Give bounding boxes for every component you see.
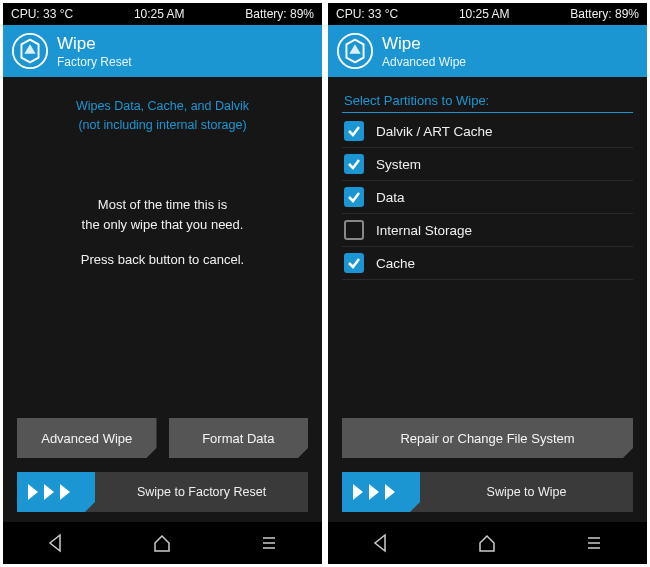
partition-row[interactable]: System xyxy=(342,148,633,181)
checkbox-icon[interactable] xyxy=(344,121,364,141)
status-battery: Battery: 89% xyxy=(570,7,639,21)
checkbox-icon[interactable] xyxy=(344,154,364,174)
body-text: Most of the time this is xyxy=(17,195,308,216)
repair-filesystem-button[interactable]: Repair or Change File System xyxy=(342,418,633,458)
status-battery: Battery: 89% xyxy=(245,7,314,21)
nav-bar xyxy=(3,522,322,564)
home-button[interactable] xyxy=(132,522,192,564)
partition-label: Dalvik / ART Cache xyxy=(376,124,493,139)
partition-label: Internal Storage xyxy=(376,223,472,238)
menu-button[interactable] xyxy=(239,522,299,564)
swipe-to-confirm[interactable]: Swipe to Wipe xyxy=(342,472,633,512)
back-button[interactable] xyxy=(351,522,411,564)
page-title: Wipe xyxy=(57,34,132,54)
partition-label: System xyxy=(376,157,421,172)
page-title: Wipe xyxy=(382,34,466,54)
status-cpu: CPU: 33 °C xyxy=(336,7,398,21)
body-text: Press back button to cancel. xyxy=(17,250,308,271)
section-label: Select Partitions to Wipe: xyxy=(342,87,633,112)
partition-row[interactable]: Internal Storage xyxy=(342,214,633,247)
header: Wipe Factory Reset xyxy=(3,25,322,77)
home-button[interactable] xyxy=(457,522,517,564)
status-bar: CPU: 33 °C 10:25 AM Battery: 89% xyxy=(328,3,647,25)
swipe-label: Swipe to Factory Reset xyxy=(95,485,308,499)
checkbox-icon[interactable] xyxy=(344,253,364,273)
svg-marker-3 xyxy=(60,484,70,500)
checkbox-icon[interactable] xyxy=(344,220,364,240)
screen-factory-reset: CPU: 33 °C 10:25 AM Battery: 89% Wipe Fa… xyxy=(3,3,322,564)
partition-label: Cache xyxy=(376,256,415,271)
format-data-button[interactable]: Format Data xyxy=(169,418,309,458)
status-time: 10:25 AM xyxy=(459,7,510,21)
partition-row[interactable]: Data xyxy=(342,181,633,214)
status-bar: CPU: 33 °C 10:25 AM Battery: 89% xyxy=(3,3,322,25)
svg-marker-1 xyxy=(28,484,38,500)
swipe-handle[interactable] xyxy=(17,472,95,512)
header: Wipe Advanced Wipe xyxy=(328,25,647,77)
svg-marker-8 xyxy=(353,484,363,500)
twrp-logo-icon xyxy=(336,32,374,70)
status-time: 10:25 AM xyxy=(134,7,185,21)
svg-marker-2 xyxy=(44,484,54,500)
swipe-label: Swipe to Wipe xyxy=(420,485,633,499)
partition-row[interactable]: Dalvik / ART Cache xyxy=(342,115,633,148)
swipe-handle[interactable] xyxy=(342,472,420,512)
info-text: (not including internal storage) xyxy=(17,116,308,135)
page-subtitle: Factory Reset xyxy=(57,55,132,69)
checkbox-icon[interactable] xyxy=(344,187,364,207)
page-subtitle: Advanced Wipe xyxy=(382,55,466,69)
nav-bar xyxy=(328,522,647,564)
back-button[interactable] xyxy=(26,522,86,564)
partition-label: Data xyxy=(376,190,405,205)
body-text: the only wipe that you need. xyxy=(17,215,308,236)
twrp-logo-icon xyxy=(11,32,49,70)
content-area: Select Partitions to Wipe: Dalvik / ART … xyxy=(328,77,647,522)
screen-advanced-wipe: CPU: 33 °C 10:25 AM Battery: 89% Wipe Ad… xyxy=(328,3,647,564)
partition-row[interactable]: Cache xyxy=(342,247,633,280)
info-text: Wipes Data, Cache, and Dalvik xyxy=(17,97,308,116)
advanced-wipe-button[interactable]: Advanced Wipe xyxy=(17,418,157,458)
content-area: Wipes Data, Cache, and Dalvik (not inclu… xyxy=(3,77,322,522)
menu-button[interactable] xyxy=(564,522,624,564)
swipe-to-confirm[interactable]: Swipe to Factory Reset xyxy=(17,472,308,512)
svg-marker-10 xyxy=(385,484,395,500)
svg-marker-9 xyxy=(369,484,379,500)
status-cpu: CPU: 33 °C xyxy=(11,7,73,21)
